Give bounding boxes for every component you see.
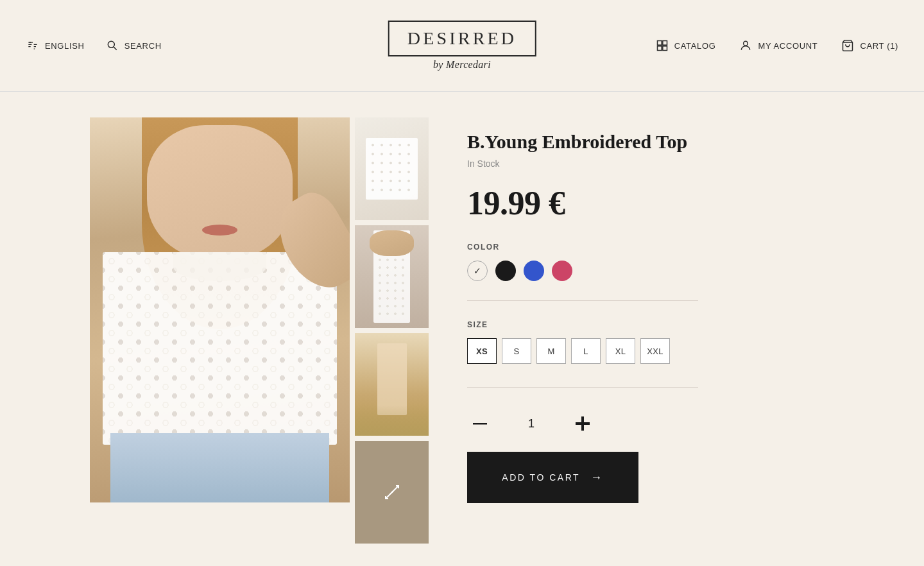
- product-title: B.Young Embroidered Top: [467, 130, 698, 153]
- svg-rect-4: [663, 41, 667, 46]
- header-right: CATALOG MY ACCOUNT CART (1): [654, 39, 898, 53]
- account-icon: [739, 39, 753, 53]
- main-product-image[interactable]: [90, 117, 350, 502]
- arrow-right-icon: →: [590, 471, 604, 485]
- logo-box[interactable]: DESIRRED: [388, 21, 536, 56]
- color-section: COLOR: [467, 243, 698, 301]
- cart-nav-item[interactable]: CART (1): [841, 39, 898, 53]
- product-info: B.Young Embroidered Top In Stock 19.99 €…: [467, 117, 698, 544]
- size-xs[interactable]: XS: [467, 338, 497, 364]
- logo-sub: by Mercedari: [433, 59, 491, 71]
- svg-line-10: [391, 486, 398, 493]
- thumbnail-2[interactable]: [355, 225, 429, 328]
- size-label: SIZE: [467, 320, 698, 329]
- svg-rect-3: [657, 41, 662, 46]
- logo-area: DESIRRED by Mercedari: [388, 21, 536, 71]
- svg-point-0: [30, 42, 30, 43]
- svg-rect-11: [473, 423, 487, 425]
- my-account-nav-item[interactable]: MY ACCOUNT: [739, 39, 817, 53]
- language-icon: [26, 39, 40, 53]
- site-header: ENGLISH SEARCH DESIRRED by Mercedari: [0, 0, 924, 91]
- my-account-label: MY ACCOUNT: [758, 41, 817, 51]
- svg-rect-5: [657, 46, 662, 51]
- main-content: B.Young Embroidered Top In Stock 19.99 €…: [0, 92, 924, 566]
- search-icon: [105, 39, 119, 53]
- thumbnail-expand[interactable]: [355, 441, 429, 544]
- size-l[interactable]: L: [571, 338, 601, 364]
- add-to-cart-label: ADD TO CART: [502, 472, 580, 483]
- color-swatch-blue[interactable]: [524, 261, 544, 281]
- header-left: ENGLISH SEARCH: [26, 39, 205, 53]
- cart-icon: [841, 39, 855, 53]
- color-swatches: [467, 261, 698, 281]
- search-label: SEARCH: [124, 41, 162, 51]
- thumbnail-column: [355, 117, 429, 544]
- catalog-nav-item[interactable]: CATALOG: [655, 39, 716, 53]
- model-figure: [90, 117, 350, 502]
- quantity-increase-button[interactable]: [570, 411, 595, 436]
- product-gallery: [90, 117, 429, 544]
- color-swatch-black[interactable]: [495, 261, 516, 281]
- cart-label: CART (1): [860, 41, 898, 51]
- size-s[interactable]: S: [502, 338, 531, 364]
- catalog-icon: [655, 39, 669, 53]
- size-section: SIZE XS S M L XL XXL: [467, 320, 698, 388]
- svg-point-7: [744, 41, 748, 46]
- search-nav-item[interactable]: SEARCH: [105, 39, 162, 53]
- add-to-cart-button[interactable]: ADD TO CART →: [467, 452, 638, 503]
- quantity-section: 1: [467, 411, 698, 436]
- size-m[interactable]: M: [536, 338, 566, 364]
- size-xxl[interactable]: XXL: [640, 338, 670, 364]
- svg-rect-6: [663, 46, 667, 51]
- catalog-label: CATALOG: [674, 41, 716, 51]
- size-options: XS S M L XL XXL: [467, 338, 698, 364]
- quantity-value: 1: [493, 417, 570, 431]
- svg-point-1: [108, 41, 114, 47]
- language-label: ENGLISH: [45, 41, 85, 51]
- thumbnail-3[interactable]: [355, 333, 429, 436]
- svg-line-2: [114, 47, 117, 50]
- expand-icon: [379, 479, 405, 505]
- product-status: In Stock: [467, 159, 698, 169]
- color-swatch-pink[interactable]: [552, 261, 572, 281]
- color-swatch-white[interactable]: [467, 261, 488, 281]
- size-xl[interactable]: XL: [606, 338, 635, 364]
- svg-rect-13: [576, 422, 590, 425]
- quantity-decrease-button[interactable]: [467, 411, 493, 436]
- product-price: 19.99 €: [467, 184, 698, 222]
- thumbnail-1[interactable]: [355, 117, 429, 220]
- logo-main: DESIRRED: [407, 28, 517, 49]
- language-selector[interactable]: ENGLISH: [26, 39, 85, 53]
- color-label: COLOR: [467, 243, 698, 252]
